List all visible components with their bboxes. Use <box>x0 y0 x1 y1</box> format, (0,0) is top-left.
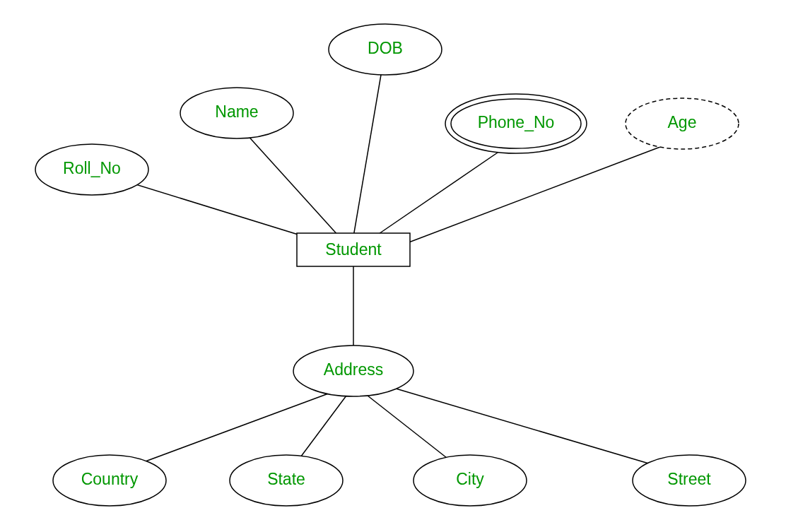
attr-street-label: Street <box>667 470 711 488</box>
attr-address-label: Address <box>324 360 383 379</box>
attr-country: Country <box>53 455 166 506</box>
attr-state: State <box>230 455 343 506</box>
attr-dob: DOB <box>329 24 442 75</box>
attr-city-label: City <box>456 470 484 488</box>
entity-student-label: Student <box>325 240 382 259</box>
attr-street: Street <box>633 455 746 506</box>
attr-city: City <box>413 455 527 506</box>
edge-student-name <box>239 126 339 237</box>
edge-student-age <box>396 141 675 247</box>
er-diagram: Student Roll_No Name DOB Phone_No Age Ad… <box>0 0 786 532</box>
attr-phone-no-label: Phone_No <box>478 113 555 131</box>
attr-dob-label: DOB <box>368 39 403 57</box>
entity-student: Student <box>297 233 410 266</box>
attr-state-label: State <box>267 470 305 488</box>
attr-name: Name <box>180 88 293 138</box>
attr-age-label: Age <box>668 113 697 131</box>
attr-name-label: Name <box>215 102 258 121</box>
attr-country-label: Country <box>81 470 139 488</box>
attr-phone-no: Phone_No <box>445 94 587 153</box>
edge-student-dob <box>353 71 382 237</box>
attr-roll-no-label: Roll_No <box>63 159 121 177</box>
attr-address: Address <box>293 345 413 396</box>
attr-age: Age <box>626 98 739 149</box>
attr-roll-no: Roll_No <box>35 144 148 195</box>
edge-student-phone <box>375 145 509 237</box>
